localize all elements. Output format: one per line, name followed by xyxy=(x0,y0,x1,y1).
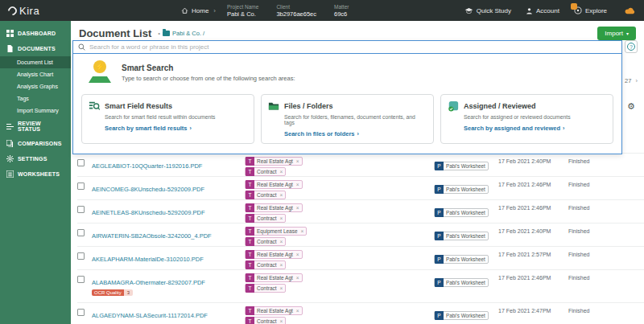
card-assigned-reviewed[interactable]: Assigned / Reviewed Search for assigned … xyxy=(440,94,613,144)
card-link-label: Search in files or folders xyxy=(284,130,355,137)
tag-remove-icon[interactable]: × xyxy=(280,239,283,244)
sidebar-item-worksheets[interactable]: WORKSHEETS xyxy=(0,166,71,182)
tag-pill[interactable]: TContract× xyxy=(245,317,286,324)
tag-type-badge: T xyxy=(246,180,254,189)
tag-remove-icon[interactable]: × xyxy=(301,228,304,234)
tag-label: Contract xyxy=(257,285,277,291)
tags-cell: TReal Estate Agt×TContract× xyxy=(245,273,434,293)
tag-remove-icon[interactable]: × xyxy=(296,158,299,164)
row-checkbox[interactable] xyxy=(77,276,85,283)
imported-date: 17 Feb 2021 2:40PM xyxy=(498,227,568,234)
quick-study-link[interactable]: Quick Study xyxy=(464,7,511,14)
tag-pill[interactable]: TReal Estate Agt× xyxy=(245,203,303,212)
sidebar-label-worksheets: WORKSHEETS xyxy=(18,171,60,177)
worksheet-label: Pabi's Worksheet xyxy=(446,313,485,318)
document-link[interactable]: AKELAPHARM-MaterialDe-3102010.PDF xyxy=(92,255,204,264)
tags-cell: TReal Estate Agt×TContract× xyxy=(245,157,434,176)
tag-remove-icon[interactable]: × xyxy=(280,262,283,268)
document-link[interactable]: ALGAEDYNAM-SLASecurit-11172014.PDF xyxy=(92,311,208,320)
document-link[interactable]: ALABAMAGRA-Othermater-8292007.PDF xyxy=(92,278,205,287)
search-input[interactable] xyxy=(89,43,617,51)
tag-pill[interactable]: TReal Estate Agt× xyxy=(245,157,303,166)
tag-pill[interactable]: TContract× xyxy=(245,284,286,293)
tag-pill[interactable]: TContract× xyxy=(245,167,286,176)
row-checkbox[interactable] xyxy=(77,183,85,190)
tag-pill[interactable]: TReal Estate Agt× xyxy=(245,273,303,282)
worksheet-pill[interactable]: PPabi's Worksheet xyxy=(434,162,489,170)
sidebar-item-analysis-graphs[interactable]: Analysis Graphs xyxy=(0,80,71,92)
tag-label: Real Estate Agt xyxy=(257,205,293,211)
tag-remove-icon[interactable]: × xyxy=(280,169,283,174)
document-link[interactable]: AEINETLEAS-8KUnschedu-5292009.PDF xyxy=(92,208,205,217)
sidebar-label-review-status: REVIEW STATUS xyxy=(18,121,64,132)
tag-remove-icon[interactable]: × xyxy=(296,182,299,187)
tag-pill[interactable]: TContract× xyxy=(245,191,286,199)
document-link[interactable]: AIRWATERIN-SB2AObsole-3242000_4.PDF xyxy=(92,232,212,240)
worksheet-pill[interactable]: PPabi's Worksheet xyxy=(434,278,489,287)
cloud-icon[interactable] xyxy=(625,6,636,14)
worksheet-pill[interactable]: PPabi's Worksheet xyxy=(434,311,489,320)
tag-remove-icon[interactable]: × xyxy=(296,275,299,281)
home-link[interactable]: Home › xyxy=(181,7,216,14)
pagination-next-icon[interactable]: › xyxy=(635,77,638,84)
row-checkbox[interactable] xyxy=(77,229,85,236)
tag-pill[interactable]: TReal Estate Agt× xyxy=(245,306,303,315)
table-settings-gear-icon[interactable]: ⚙ xyxy=(627,102,635,110)
search-in-files-link[interactable]: Search in files or folders› xyxy=(284,130,427,137)
search-by-smart-field-link[interactable]: Search by smart field results› xyxy=(105,125,247,132)
quick-study-label: Quick Study xyxy=(477,7,511,14)
explore-link[interactable]: Explore xyxy=(574,6,607,14)
worksheet-pill[interactable]: PPabi's Worksheet xyxy=(434,208,489,217)
tag-remove-icon[interactable]: × xyxy=(280,192,283,198)
sidebar-item-documents[interactable]: DOCUMENTS xyxy=(0,41,71,56)
project-name-field: Project Name Pabi & Co. xyxy=(227,4,258,18)
worksheet-pill[interactable]: PPabi's Worksheet xyxy=(434,255,489,264)
sidebar-item-import-summary[interactable]: Import Summary xyxy=(0,105,71,117)
document-link[interactable]: AEGLEABIOT-10QQuarter-1192016.PDF xyxy=(92,162,202,170)
tag-pill[interactable]: TContract× xyxy=(245,214,286,223)
tag-remove-icon[interactable]: × xyxy=(280,318,283,324)
search-by-assigned-link[interactable]: Search by assigned and reviewed› xyxy=(464,125,606,132)
row-checkbox[interactable] xyxy=(77,252,85,260)
import-button[interactable]: Import ▾ xyxy=(597,27,636,40)
sidebar-item-document-list[interactable]: Document List xyxy=(0,56,71,68)
tag-type-badge: T xyxy=(246,237,254,246)
tag-pill[interactable]: TReal Estate Agt× xyxy=(245,180,303,189)
sidebar-item-comparisons[interactable]: COMPARISONS xyxy=(0,136,71,151)
worksheet-type-badge: P xyxy=(435,232,444,240)
home-label: Home xyxy=(192,7,208,14)
tag-pill[interactable]: TContract× xyxy=(245,237,286,246)
help-button[interactable]: ? xyxy=(625,40,638,53)
card-smart-field-results[interactable]: Smart Field Results Search for smart fie… xyxy=(81,94,254,144)
document-link[interactable]: AEINCOMEG-8KUnschedu-5292009.PDF xyxy=(92,185,204,194)
tag-label: Equipment Lease xyxy=(257,228,298,234)
tag-remove-icon[interactable]: × xyxy=(280,285,283,291)
tag-remove-icon[interactable]: × xyxy=(296,252,299,257)
sidebar-item-dashboard[interactable]: DASHBOARD xyxy=(0,26,71,41)
row-checkbox[interactable] xyxy=(77,309,85,316)
row-checkbox[interactable] xyxy=(77,159,85,166)
tag-pill[interactable]: TReal Estate Agt× xyxy=(245,250,303,259)
tag-remove-icon[interactable]: × xyxy=(280,215,283,221)
chevron-right-icon: › xyxy=(357,131,359,137)
worksheet-pill[interactable]: PPabi's Worksheet xyxy=(434,185,489,194)
help-icon: ? xyxy=(627,43,635,51)
kira-logo[interactable]: Kira xyxy=(8,5,181,17)
tag-pill[interactable]: TContract× xyxy=(245,260,286,269)
worksheet-cell: PPabi's Worksheet xyxy=(434,273,498,288)
sidebar-item-review-status[interactable]: REVIEW STATUS xyxy=(0,117,71,136)
card-files-folders[interactable]: Files / Folders Search for folders, file… xyxy=(261,94,434,144)
sidebar-item-analysis-chart[interactable]: Analysis Chart xyxy=(0,68,71,80)
sidebar-label-settings: SETTINGS xyxy=(18,156,47,162)
row-checkbox[interactable] xyxy=(77,206,85,213)
sidebar-item-tags[interactable]: Tags xyxy=(0,92,71,105)
tag-remove-icon[interactable]: × xyxy=(296,308,299,314)
account-link[interactable]: Account xyxy=(526,7,559,14)
worksheet-pill[interactable]: PPabi's Worksheet xyxy=(434,232,489,240)
tag-pill[interactable]: TEquipment Lease× xyxy=(245,227,307,236)
explore-notification-badge xyxy=(571,3,577,10)
worksheet-cell: PPabi's Worksheet xyxy=(434,250,498,265)
sidebar-item-settings[interactable]: SETTINGS xyxy=(0,151,71,166)
tag-remove-icon[interactable]: × xyxy=(296,205,299,211)
breadcrumb[interactable]: • Pabi & Co. / xyxy=(158,30,204,37)
